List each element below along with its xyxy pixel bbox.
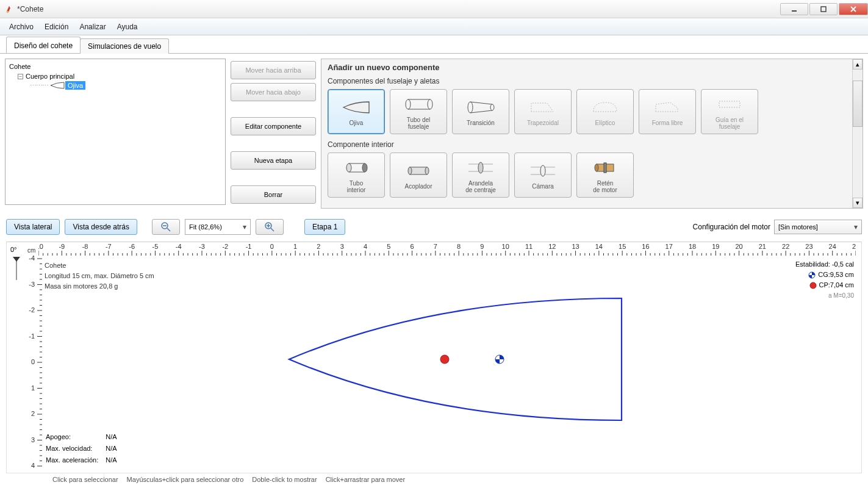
freeform-fin-icon xyxy=(653,101,681,114)
svg-point-3 xyxy=(406,99,411,109)
comp-transicion[interactable]: Transición xyxy=(452,89,509,134)
comp-arandela[interactable]: Arandela de centraje xyxy=(452,152,509,198)
cg-value: CG:9,53 cm xyxy=(818,271,854,278)
zoom-out-button[interactable] xyxy=(152,219,180,235)
svg-point-6 xyxy=(490,104,494,110)
bulkhead-icon xyxy=(529,164,556,178)
svg-text:1: 1 xyxy=(31,384,35,392)
comp-acoplador[interactable]: Acoplador xyxy=(390,152,447,198)
svg-text:-5: -5 xyxy=(152,243,159,250)
rocket-drawing[interactable]: 0° cm -10-9-8-7-6-5-4-3-2-10123456789101… xyxy=(6,242,862,473)
svg-marker-30 xyxy=(13,257,20,262)
svg-line-26 xyxy=(271,228,274,231)
tabstrip: Diseño del cohete Simulaciones de vuelo xyxy=(0,37,868,54)
component-tree[interactable]: Cohete − Cuerpo principal ⋯⋯⋯ Ojiva xyxy=(5,59,226,205)
svg-text:24: 24 xyxy=(829,243,836,250)
svg-text:4: 4 xyxy=(31,462,35,469)
engine-block-icon xyxy=(592,162,619,174)
menu-edicion[interactable]: Edición xyxy=(39,20,74,34)
transition-icon xyxy=(465,101,496,114)
comp-guia[interactable]: Guía en el fuselaje xyxy=(701,89,758,134)
panel-scrollbar[interactable]: ▴ ▾ xyxy=(852,59,863,208)
svg-text:-1: -1 xyxy=(246,243,252,250)
ruler-unit: cm xyxy=(27,247,35,254)
svg-point-11 xyxy=(408,167,412,174)
svg-text:4: 4 xyxy=(364,243,367,250)
menubar: Archivo Edición Analizar Ayuda xyxy=(0,18,868,35)
minimize-button[interactable] xyxy=(780,3,808,15)
cp-legend-icon xyxy=(809,282,817,289)
comp-eliptico[interactable]: Elíptico xyxy=(576,89,634,134)
svg-text:25: 25 xyxy=(852,243,856,250)
section-interior: Componente interior xyxy=(328,140,853,149)
svg-text:16: 16 xyxy=(642,243,649,250)
zoom-in-button[interactable] xyxy=(256,219,284,235)
vertical-ruler: -4-3-2-101234 xyxy=(29,256,42,469)
svg-text:-4: -4 xyxy=(29,256,35,262)
new-stage-button[interactable]: Nueva etapa xyxy=(231,151,316,170)
tree-root[interactable]: Cohete xyxy=(7,62,224,71)
comp-camara[interactable]: Cámara xyxy=(514,152,572,198)
titlebar: *Cohete xyxy=(0,0,868,18)
svg-rect-2 xyxy=(821,7,826,12)
svg-point-18 xyxy=(540,165,545,176)
scroll-thumb[interactable] xyxy=(853,81,863,127)
tree-body[interactable]: Cuerpo principal xyxy=(26,73,74,80)
svg-text:13: 13 xyxy=(572,243,579,250)
svg-rect-10 xyxy=(410,167,427,174)
svg-point-12 xyxy=(425,167,429,174)
comp-trapezoidal[interactable]: Trapezoidal xyxy=(514,89,572,134)
menu-archivo[interactable]: Archivo xyxy=(4,20,39,34)
svg-text:2: 2 xyxy=(31,410,35,417)
comp-ojiva[interactable]: Ojiva xyxy=(328,89,385,134)
scroll-up-icon[interactable]: ▴ xyxy=(853,59,863,70)
svg-text:-2: -2 xyxy=(222,243,228,250)
zoom-select[interactable]: Fit (82,6%) xyxy=(185,219,251,235)
scroll-down-icon[interactable]: ▾ xyxy=(853,198,863,208)
side-view-button[interactable]: Vista lateral xyxy=(6,219,60,235)
maximize-button[interactable] xyxy=(809,3,838,15)
svg-rect-21 xyxy=(604,163,606,173)
svg-text:21: 21 xyxy=(759,243,766,250)
delete-button[interactable]: Borrar xyxy=(231,185,316,204)
cg-marker xyxy=(495,355,504,364)
tab-sim[interactable]: Simulaciones de vuelo xyxy=(80,38,169,54)
stage-button[interactable]: Etapa 1 xyxy=(304,219,345,235)
stability-info: Estabilidad: -0,5 cal CG:9,53 cm CP:7,04… xyxy=(795,259,854,301)
svg-point-8 xyxy=(346,163,351,172)
comp-forma-libre[interactable]: Forma libre xyxy=(639,89,696,134)
comp-tubo-interior[interactable]: Tubo interior xyxy=(328,152,385,198)
svg-text:9: 9 xyxy=(480,243,484,250)
svg-text:0: 0 xyxy=(31,358,35,365)
move-down-button[interactable]: Mover hacia abajo xyxy=(231,83,316,101)
cp-value: CP:7,04 cm xyxy=(819,281,854,289)
svg-text:3: 3 xyxy=(340,243,344,250)
motor-select[interactable]: [Sin motores] xyxy=(774,220,862,234)
tab-design[interactable]: Diseño del cohete xyxy=(6,37,81,53)
nosecone-icon xyxy=(341,100,371,115)
component-actions: Mover hacia arriba Mover hacia abajo Edi… xyxy=(231,61,316,209)
edit-component-button[interactable]: Editar componente xyxy=(231,117,316,135)
tree-expander-icon[interactable]: − xyxy=(18,74,23,79)
tree-nose-selected[interactable]: Ojiva xyxy=(65,81,85,90)
comp-reten-motor[interactable]: Retén de motor xyxy=(576,152,634,198)
status-tip-4: Click+arrastrar para mover xyxy=(326,476,406,483)
close-button[interactable] xyxy=(839,3,868,15)
cp-marker xyxy=(440,355,449,364)
comp-tubo-fuselaje[interactable]: Tubo del fuselaje xyxy=(390,89,447,134)
svg-text:15: 15 xyxy=(619,243,626,250)
svg-text:2: 2 xyxy=(317,243,320,250)
svg-text:22: 22 xyxy=(782,243,789,250)
rotation-label[interactable]: 0° xyxy=(10,246,17,253)
menu-analizar[interactable]: Analizar xyxy=(74,20,111,34)
move-up-button[interactable]: Mover hacia arriba xyxy=(231,61,316,79)
section-fuselage: Componentes del fuselaje y aletas xyxy=(328,77,853,85)
back-view-button[interactable]: Vista desde atrás xyxy=(65,219,137,235)
view-toolbar: Vista lateral Vista desde atrás Fit (82,… xyxy=(6,216,862,238)
svg-point-20 xyxy=(595,164,598,171)
svg-text:7: 7 xyxy=(434,243,437,250)
rocket-canvas[interactable]: Cohete Longitud 15 cm, max. Diámetro 5 c… xyxy=(42,256,859,470)
rotation-slider[interactable] xyxy=(10,256,23,281)
menu-ayuda[interactable]: Ayuda xyxy=(112,20,143,34)
svg-text:-6: -6 xyxy=(129,243,135,250)
